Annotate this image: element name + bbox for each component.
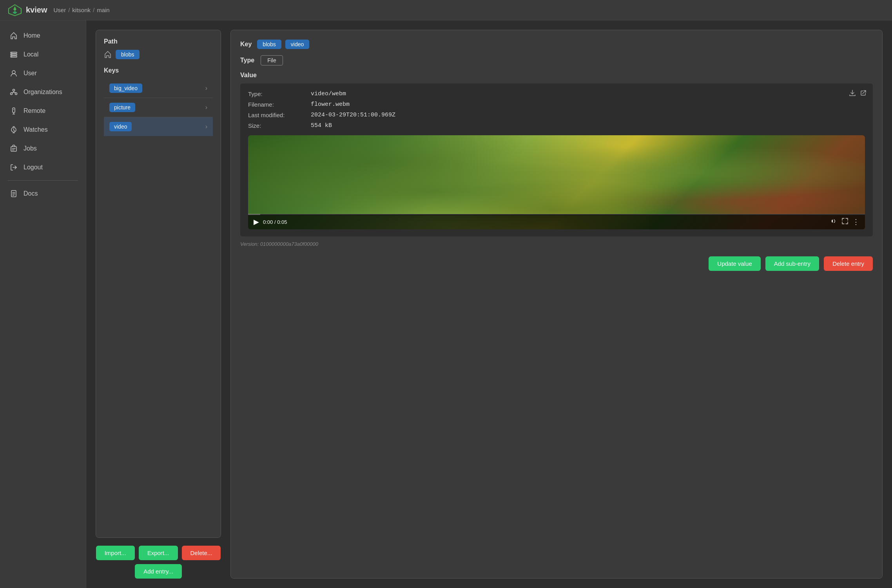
info-modified-key: Last modified: (248, 112, 311, 118)
app-header: kview User / kitsonk / main (0, 0, 892, 20)
svg-point-11 (11, 93, 13, 95)
update-value-button[interactable]: Update value (709, 256, 760, 271)
path-row: blobs (104, 50, 213, 59)
info-modified-val: 2024-03-29T20:51:00.969Z (311, 112, 395, 118)
sidebar-item-user[interactable]: User (0, 64, 86, 82)
type-title: Type (240, 57, 254, 64)
import-button[interactable]: Import... (96, 546, 135, 560)
key-item-picture[interactable]: picture › (104, 98, 213, 117)
sidebar-label-jobs: Jobs (24, 145, 37, 152)
path-title: Path (104, 38, 213, 45)
svg-point-10 (13, 89, 15, 91)
volume-icon[interactable] (830, 218, 838, 226)
path-keys-card: Path blobs Keys big_video › (96, 30, 221, 538)
delete-button[interactable]: Delete... (182, 546, 221, 560)
left-panel: Path blobs Keys big_video › (96, 30, 221, 579)
main-layout: Home Local User (0, 20, 892, 588)
play-button[interactable]: ▶ (254, 218, 259, 226)
key-section-title: Key (240, 41, 252, 48)
app-name: kview (26, 5, 47, 15)
panel-action-buttons: Import... Export... Delete... Add entry.… (96, 546, 221, 579)
add-sub-entry-button[interactable]: Add sub-entry (765, 256, 819, 271)
right-card: Key blobs video Type File Value (230, 30, 883, 579)
add-entry-button[interactable]: Add entry... (135, 564, 182, 579)
sidebar-label-docs: Docs (24, 190, 38, 197)
key-label-video: video (109, 122, 132, 131)
sidebar-label-organizations: Organizations (24, 89, 62, 96)
content-area: Path blobs Keys big_video › (86, 20, 892, 588)
svg-point-14 (13, 109, 14, 110)
jobs-icon (9, 144, 18, 153)
sidebar-item-docs[interactable]: Docs (0, 185, 86, 203)
sidebar-divider (8, 180, 78, 181)
sidebar-item-organizations[interactable]: Organizations (0, 83, 86, 101)
right-panel: Key blobs video Type File Value (230, 30, 883, 579)
sidebar: Home Local User (0, 20, 86, 588)
path-home-button[interactable] (104, 51, 112, 58)
breadcrumb-kitsonk[interactable]: kitsonk (72, 7, 91, 13)
logo[interactable]: kview (8, 3, 47, 17)
svg-point-12 (15, 93, 17, 95)
info-row-filename: Filename: flower.webm (248, 101, 865, 108)
sidebar-item-remote[interactable]: Remote (0, 102, 86, 120)
info-row-modified: Last modified: 2024-03-29T20:51:00.969Z (248, 112, 865, 118)
key-label-picture: picture (109, 103, 135, 112)
sidebar-label-watches: Watches (24, 126, 48, 133)
sidebar-item-home[interactable]: Home (0, 27, 86, 45)
svg-point-6 (11, 53, 12, 53)
sidebar-item-local[interactable]: Local (0, 45, 86, 64)
info-filename-val: flower.webm (311, 101, 350, 108)
path-blobs-tag[interactable]: blobs (116, 50, 140, 59)
delete-entry-button[interactable]: Delete entry (824, 256, 873, 271)
watches-icon (9, 125, 18, 134)
chevron-icon-video: › (205, 123, 207, 130)
video-preview: ▶ 0:00 / 0:05 (248, 135, 865, 229)
sidebar-item-jobs[interactable]: Jobs (0, 140, 86, 158)
svg-point-8 (11, 56, 12, 57)
chevron-icon-big-video: › (205, 85, 207, 92)
breadcrumb-main[interactable]: main (97, 7, 110, 13)
more-options-icon[interactable]: ⋮ (852, 218, 859, 226)
export-button[interactable]: Export... (139, 546, 178, 560)
logout-icon (9, 163, 18, 172)
info-size-val: 554 kB (311, 122, 332, 129)
value-info-box: Type: video/webm Filename: flower.webm L… (240, 83, 873, 236)
key-item-big-video[interactable]: big_video › (104, 79, 213, 98)
svg-rect-16 (11, 147, 16, 151)
value-section: Value (240, 72, 873, 247)
sidebar-label-local: Local (24, 51, 38, 58)
info-row-size: Size: 554 kB (248, 122, 865, 129)
breadcrumb-user[interactable]: User (53, 7, 66, 13)
info-type-val: video/webm (311, 91, 346, 97)
sidebar-item-logout[interactable]: Logout (0, 158, 86, 176)
key-blobs-tag[interactable]: blobs (257, 40, 281, 49)
sidebar-item-watches[interactable]: Watches (0, 121, 86, 139)
user-icon (9, 69, 18, 78)
fullscreen-icon[interactable] (841, 218, 848, 226)
svg-rect-13 (13, 108, 15, 113)
key-video-tag[interactable]: video (285, 40, 309, 49)
sidebar-label-user: User (24, 70, 37, 77)
breadcrumb: User / kitsonk / main (53, 7, 109, 13)
info-type-key: Type: (248, 91, 311, 97)
keys-title: Keys (104, 67, 213, 74)
video-controls: ▶ 0:00 / 0:05 (248, 214, 865, 229)
local-icon (9, 50, 18, 59)
key-section: Key blobs video (240, 40, 873, 49)
organizations-icon (9, 88, 18, 96)
home-icon (9, 31, 18, 40)
type-value: File (261, 55, 283, 65)
key-item-video[interactable]: video › (104, 117, 213, 136)
svg-point-7 (11, 54, 12, 55)
download-icon[interactable] (848, 89, 856, 99)
key-label-big-video: big_video (109, 83, 142, 93)
sidebar-label-remote: Remote (24, 107, 45, 114)
kview-logo-icon (8, 3, 22, 17)
info-filename-key: Filename: (248, 101, 311, 108)
right-action-buttons: Update value Add sub-entry Delete entry (240, 256, 873, 271)
external-link-icon[interactable] (859, 89, 867, 99)
type-section: Type File (240, 55, 873, 65)
video-control-icons: ⋮ (830, 218, 859, 226)
value-title: Value (240, 72, 871, 79)
key-list: big_video › picture › video › (104, 79, 213, 530)
